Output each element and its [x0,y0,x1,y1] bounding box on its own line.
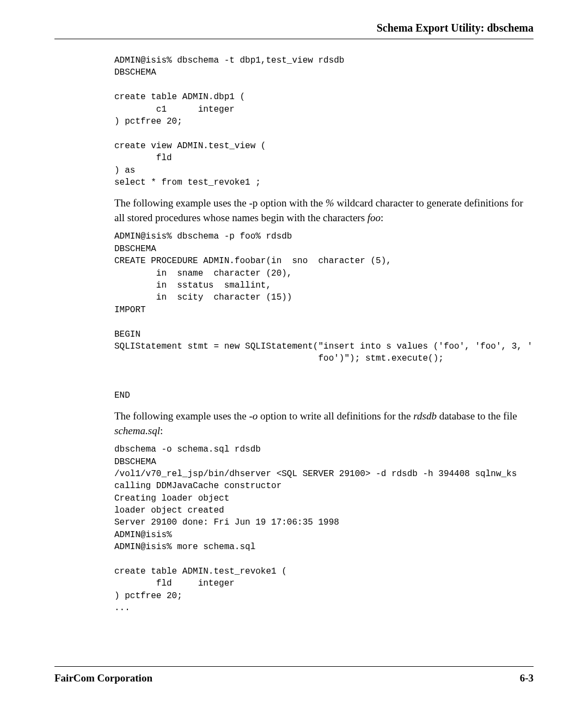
para2-opt: -o [249,410,258,422]
code-block-2: ADMIN@isis% dbschema -p foo% rdsdb DBSCH… [114,230,534,401]
code-block-3: dbschema -o schema.sql rdsdb DBSCHEMA /v… [114,443,534,614]
code-block-1: ADMIN@isis% dbschema -t dbp1,test_view r… [114,54,534,188]
header-title: Schema Export Utility: dbschema [377,22,534,34]
paragraph-2: The following example uses the -o option… [114,409,534,438]
para2-mid1: option to write all definitions for the [258,410,413,422]
footer-company: FairCom Corporation [54,672,152,684]
para1-foo: foo [367,212,381,223]
para2-pre: The following example uses the [114,410,249,422]
para1-pre: The following example uses the -p option… [114,197,326,209]
footer-page-number: 6-3 [520,672,534,684]
paragraph-1: The following example uses the -p option… [114,196,534,225]
page-header: Schema Export Utility: dbschema [54,22,534,39]
para2-mid2: database to the file [437,410,517,422]
para2-db: rdsdb [413,410,437,422]
para1-post: : [381,212,383,223]
para2-post: : [160,425,163,436]
page-content: ADMIN@isis% dbschema -t dbp1,test_view r… [54,54,534,614]
para1-wildcard: % [326,197,334,209]
page-footer: FairCom Corporation 6-3 [54,666,534,684]
para2-file: schema.sql [114,425,160,436]
